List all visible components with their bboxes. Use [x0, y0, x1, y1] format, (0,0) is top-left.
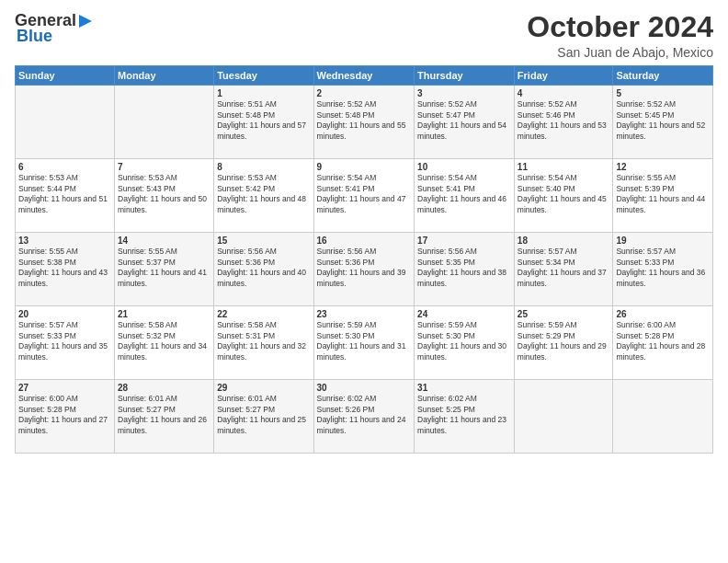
svg-marker-0: [79, 15, 92, 28]
day-info: Sunrise: 5:56 AM Sunset: 5:36 PM Dayligh…: [217, 247, 310, 289]
calendar-cell: 18Sunrise: 5:57 AM Sunset: 5:34 PM Dayli…: [514, 233, 613, 306]
calendar-cell: 8Sunrise: 5:53 AM Sunset: 5:42 PM Daylig…: [214, 159, 313, 233]
day-number: 28: [118, 383, 210, 393]
day-info: Sunrise: 5:59 AM Sunset: 5:30 PM Dayligh…: [317, 320, 412, 362]
calendar-cell: 12Sunrise: 5:55 AM Sunset: 5:39 PM Dayli…: [613, 159, 713, 233]
calendar-cell: 29Sunrise: 6:01 AM Sunset: 5:27 PM Dayli…: [214, 380, 313, 454]
day-number: 20: [18, 309, 111, 319]
calendar-cell: 16Sunrise: 5:56 AM Sunset: 5:36 PM Dayli…: [313, 233, 415, 306]
calendar-cell: 22Sunrise: 5:58 AM Sunset: 5:31 PM Dayli…: [214, 306, 313, 380]
header-friday: Friday: [514, 66, 613, 86]
logo-arrow-icon: [77, 13, 94, 29]
day-info: Sunrise: 5:54 AM Sunset: 5:41 PM Dayligh…: [417, 173, 511, 215]
day-number: 24: [417, 309, 511, 319]
calendar-cell: 4Sunrise: 5:52 AM Sunset: 5:46 PM Daylig…: [514, 86, 613, 159]
header-monday: Monday: [115, 66, 214, 86]
day-number: 23: [317, 309, 412, 319]
calendar-cell: 2Sunrise: 5:52 AM Sunset: 5:48 PM Daylig…: [313, 86, 415, 159]
day-info: Sunrise: 5:55 AM Sunset: 5:37 PM Dayligh…: [118, 247, 210, 289]
calendar-cell: 7Sunrise: 5:53 AM Sunset: 5:43 PM Daylig…: [115, 159, 214, 233]
calendar-cell: 25Sunrise: 5:59 AM Sunset: 5:29 PM Dayli…: [514, 306, 613, 380]
day-number: 5: [616, 88, 710, 98]
week-row-3: 13Sunrise: 5:55 AM Sunset: 5:38 PM Dayli…: [16, 233, 713, 306]
title-area: October 2024 San Juan de Abajo, Mexico: [527, 11, 713, 60]
calendar-cell: 30Sunrise: 6:02 AM Sunset: 5:26 PM Dayli…: [313, 380, 415, 454]
day-info: Sunrise: 5:57 AM Sunset: 5:33 PM Dayligh…: [18, 320, 111, 362]
day-number: 17: [417, 236, 511, 246]
day-number: 31: [417, 383, 511, 393]
day-number: 30: [317, 383, 412, 393]
day-info: Sunrise: 5:56 AM Sunset: 5:35 PM Dayligh…: [417, 247, 511, 289]
day-number: 21: [118, 309, 210, 319]
header: General Blue October 2024 San Juan de Ab…: [15, 11, 713, 60]
day-info: Sunrise: 5:51 AM Sunset: 5:48 PM Dayligh…: [217, 99, 310, 142]
calendar-cell: 3Sunrise: 5:52 AM Sunset: 5:47 PM Daylig…: [415, 86, 515, 159]
calendar-cell: [613, 380, 713, 454]
day-number: 12: [616, 162, 710, 172]
day-info: Sunrise: 5:52 AM Sunset: 5:48 PM Dayligh…: [317, 99, 412, 142]
calendar-cell: 10Sunrise: 5:54 AM Sunset: 5:41 PM Dayli…: [415, 159, 515, 233]
week-row-1: 1Sunrise: 5:51 AM Sunset: 5:48 PM Daylig…: [16, 86, 713, 159]
day-info: Sunrise: 5:52 AM Sunset: 5:45 PM Dayligh…: [616, 99, 710, 142]
day-info: Sunrise: 5:57 AM Sunset: 5:34 PM Dayligh…: [518, 247, 610, 289]
header-wednesday: Wednesday: [313, 66, 415, 86]
day-number: 3: [417, 88, 511, 98]
page: General Blue October 2024 San Juan de Ab…: [0, 0, 728, 563]
day-info: Sunrise: 5:52 AM Sunset: 5:47 PM Dayligh…: [417, 99, 511, 142]
day-number: 8: [217, 162, 310, 172]
day-number: 6: [18, 162, 111, 172]
calendar-cell: 15Sunrise: 5:56 AM Sunset: 5:36 PM Dayli…: [214, 233, 313, 306]
day-number: 29: [217, 383, 310, 393]
day-number: 4: [518, 88, 610, 98]
day-info: Sunrise: 5:53 AM Sunset: 5:43 PM Dayligh…: [118, 173, 210, 215]
location: San Juan de Abajo, Mexico: [527, 45, 713, 60]
day-number: 2: [317, 88, 412, 98]
calendar-cell: [514, 380, 613, 454]
calendar-cell: 28Sunrise: 6:01 AM Sunset: 5:27 PM Dayli…: [115, 380, 214, 454]
day-number: 11: [518, 162, 610, 172]
week-row-2: 6Sunrise: 5:53 AM Sunset: 5:44 PM Daylig…: [16, 159, 713, 233]
calendar-cell: 17Sunrise: 5:56 AM Sunset: 5:35 PM Dayli…: [415, 233, 515, 306]
header-thursday: Thursday: [415, 66, 515, 86]
day-number: 16: [317, 236, 412, 246]
day-info: Sunrise: 5:52 AM Sunset: 5:46 PM Dayligh…: [518, 99, 610, 142]
day-info: Sunrise: 5:54 AM Sunset: 5:40 PM Dayligh…: [518, 173, 610, 215]
header-saturday: Saturday: [613, 66, 713, 86]
calendar-cell: [115, 86, 214, 159]
calendar-cell: 26Sunrise: 6:00 AM Sunset: 5:28 PM Dayli…: [613, 306, 713, 380]
day-info: Sunrise: 5:55 AM Sunset: 5:38 PM Dayligh…: [18, 247, 111, 289]
day-info: Sunrise: 5:59 AM Sunset: 5:30 PM Dayligh…: [417, 320, 511, 362]
day-info: Sunrise: 6:02 AM Sunset: 5:26 PM Dayligh…: [317, 394, 412, 436]
day-number: 10: [417, 162, 511, 172]
day-info: Sunrise: 6:00 AM Sunset: 5:28 PM Dayligh…: [18, 394, 111, 436]
calendar-cell: 27Sunrise: 6:00 AM Sunset: 5:28 PM Dayli…: [16, 380, 115, 454]
calendar-cell: 23Sunrise: 5:59 AM Sunset: 5:30 PM Dayli…: [313, 306, 415, 380]
day-number: 9: [317, 162, 412, 172]
calendar-cell: 21Sunrise: 5:58 AM Sunset: 5:32 PM Dayli…: [115, 306, 214, 380]
day-info: Sunrise: 5:58 AM Sunset: 5:32 PM Dayligh…: [118, 320, 210, 362]
day-info: Sunrise: 5:58 AM Sunset: 5:31 PM Dayligh…: [217, 320, 310, 362]
day-info: Sunrise: 5:55 AM Sunset: 5:39 PM Dayligh…: [616, 173, 710, 215]
day-info: Sunrise: 6:01 AM Sunset: 5:27 PM Dayligh…: [118, 394, 210, 436]
week-row-5: 27Sunrise: 6:00 AM Sunset: 5:28 PM Dayli…: [16, 380, 713, 454]
day-info: Sunrise: 5:57 AM Sunset: 5:33 PM Dayligh…: [616, 247, 710, 289]
calendar-cell: 11Sunrise: 5:54 AM Sunset: 5:40 PM Dayli…: [514, 159, 613, 233]
day-number: 15: [217, 236, 310, 246]
logo: General Blue: [15, 11, 94, 46]
day-info: Sunrise: 5:56 AM Sunset: 5:36 PM Dayligh…: [317, 247, 412, 289]
calendar-cell: 1Sunrise: 5:51 AM Sunset: 5:48 PM Daylig…: [214, 86, 313, 159]
day-number: 14: [118, 236, 210, 246]
calendar-cell: 13Sunrise: 5:55 AM Sunset: 5:38 PM Dayli…: [16, 233, 115, 306]
day-info: Sunrise: 5:53 AM Sunset: 5:42 PM Dayligh…: [217, 173, 310, 215]
day-number: 25: [518, 309, 610, 319]
day-info: Sunrise: 6:00 AM Sunset: 5:28 PM Dayligh…: [616, 320, 710, 362]
day-number: 13: [18, 236, 111, 246]
day-info: Sunrise: 5:53 AM Sunset: 5:44 PM Dayligh…: [18, 173, 111, 215]
day-info: Sunrise: 6:01 AM Sunset: 5:27 PM Dayligh…: [217, 394, 310, 436]
day-info: Sunrise: 5:54 AM Sunset: 5:41 PM Dayligh…: [317, 173, 412, 215]
day-number: 27: [18, 383, 111, 393]
day-number: 1: [217, 88, 310, 98]
day-info: Sunrise: 5:59 AM Sunset: 5:29 PM Dayligh…: [518, 320, 610, 362]
calendar-cell: [16, 86, 115, 159]
calendar-cell: 14Sunrise: 5:55 AM Sunset: 5:37 PM Dayli…: [115, 233, 214, 306]
